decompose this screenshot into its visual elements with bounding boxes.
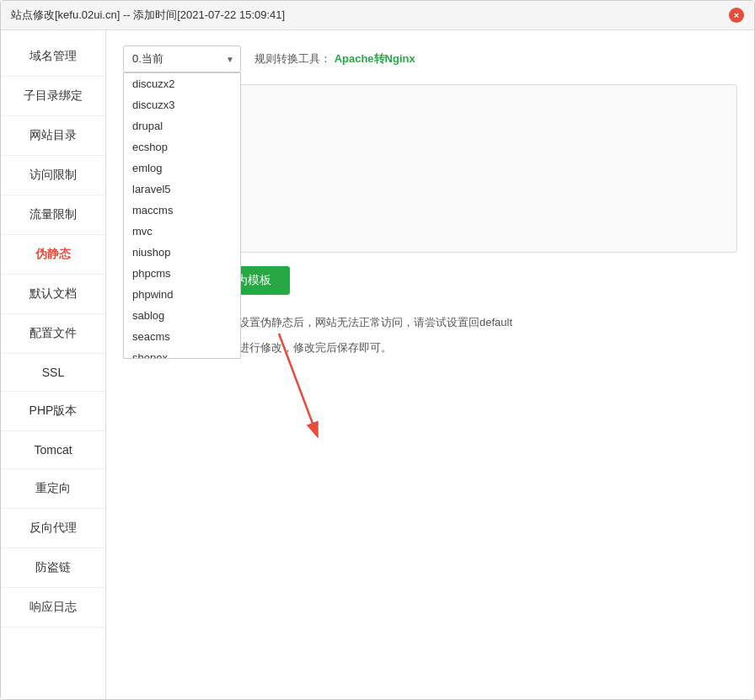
- list-item[interactable]: discuzx3: [124, 94, 240, 115]
- sidebar-item-subdir[interactable]: 子目录绑定: [1, 77, 105, 116]
- sidebar-item-webdir[interactable]: 网站目录: [1, 116, 105, 156]
- list-item[interactable]: discuzx2: [124, 73, 240, 94]
- app-dropdown[interactable]: 0.当前: [123, 45, 241, 72]
- list-item[interactable]: mvc: [124, 221, 240, 242]
- list-item[interactable]: drupal: [124, 115, 240, 136]
- sidebar: 域名管理 子目录绑定 网站目录 访问限制 流量限制 伪静态 默认文档 配置文件 …: [1, 30, 106, 699]
- tool-label: 规则转换工具：: [254, 52, 331, 65]
- app-select-container: 0.当前 ▼ discuzx2 discuzx3 drupal ecshop e…: [123, 45, 241, 72]
- list-item[interactable]: phpwind: [124, 284, 240, 305]
- sidebar-item-traffic[interactable]: 流量限制: [1, 195, 105, 235]
- main-window: 站点修改[kefu.02ui.cn] -- 添加时间[2021-07-22 15…: [0, 0, 755, 700]
- list-item[interactable]: laravel5: [124, 179, 240, 200]
- top-row: 0.当前 ▼ discuzx2 discuzx3 drupal ecshop e…: [123, 45, 737, 72]
- list-item[interactable]: phpcms: [124, 263, 240, 284]
- sidebar-item-tomcat[interactable]: Tomcat: [1, 431, 105, 469]
- sidebar-item-php[interactable]: PHP版本: [1, 392, 105, 431]
- dropdown-list[interactable]: discuzx2 discuzx3 drupal ecshop emlog la…: [123, 72, 241, 359]
- list-item[interactable]: ecshop: [124, 136, 240, 158]
- list-item[interactable]: seacms: [124, 326, 240, 347]
- content-area: 0.当前 ▼ discuzx2 discuzx3 drupal ecshop e…: [106, 30, 754, 699]
- sidebar-item-reverse-proxy[interactable]: 反向代理: [1, 509, 105, 548]
- sidebar-item-domain[interactable]: 域名管理: [1, 37, 105, 77]
- sidebar-item-config[interactable]: 配置文件: [1, 314, 105, 354]
- select-wrapper: 0.当前 ▼: [123, 45, 241, 72]
- list-item[interactable]: sablog: [124, 305, 240, 326]
- sidebar-item-access[interactable]: 访问限制: [1, 156, 105, 195]
- sidebar-item-response-log[interactable]: 响应日志: [1, 588, 105, 628]
- sidebar-item-pseudo-static[interactable]: 伪静态: [1, 235, 105, 275]
- list-item[interactable]: emlog: [124, 158, 240, 179]
- close-button[interactable]: ×: [729, 8, 744, 23]
- list-item[interactable]: shopex: [124, 347, 240, 359]
- tool-link-row: 规则转换工具： Apache转Nginx: [254, 51, 415, 67]
- sidebar-item-ssl[interactable]: SSL: [1, 354, 105, 392]
- sidebar-item-redirect[interactable]: 重定向: [1, 469, 105, 509]
- apache-to-nginx-link[interactable]: Apache转Nginx: [335, 52, 415, 65]
- window-title: 站点修改[kefu.02ui.cn] -- 添加时间[2021-07-22 15…: [11, 8, 285, 23]
- title-bar: 站点修改[kefu.02ui.cn] -- 添加时间[2021-07-22 15…: [1, 1, 754, 30]
- main-layout: 域名管理 子目录绑定 网站目录 访问限制 流量限制 伪静态 默认文档 配置文件 …: [1, 30, 754, 699]
- sidebar-item-hotlink[interactable]: 防盗链: [1, 548, 105, 588]
- list-item[interactable]: maccms: [124, 200, 240, 221]
- list-item[interactable]: niushop: [124, 242, 240, 263]
- sidebar-item-default-doc[interactable]: 默认文档: [1, 275, 105, 314]
